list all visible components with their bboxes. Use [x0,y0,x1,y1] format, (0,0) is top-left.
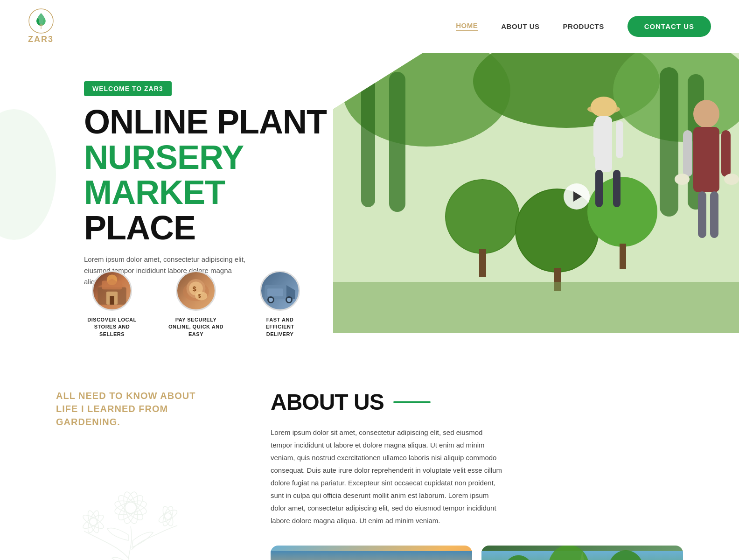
hero-decorative-circle [0,109,56,240]
svg-point-26 [693,100,719,128]
svg-point-30 [675,174,690,185]
hero-section: WELCOME TO ZAR3 ONLINE PLANT NURSERY MAR… [0,53,739,352]
svg-rect-40 [110,296,114,305]
nav-links: HOME ABOUT US PRODUCTS CONTACT US [456,16,711,37]
feature-icon-pay: $ $ [176,271,216,311]
feature-delivery: FAST AND EFFICIENT DELIVERY [252,271,308,338]
play-button[interactable] [564,183,590,210]
navbar: ZAR3 HOME ABOUT US PRODUCTS CONTACT US [0,0,739,53]
logo-icon [28,8,54,34]
flower-illustration [56,447,233,560]
svg-rect-33 [710,191,718,238]
svg-rect-70 [271,551,472,560]
feature-local-stores: DISCOVER LOCAL STORES AND SELLERS [84,271,140,338]
svg-rect-25 [613,170,620,207]
svg-point-65 [90,518,97,525]
svg-point-31 [724,174,739,185]
about-image-1 [271,546,472,560]
svg-text:$: $ [198,294,201,299]
hero-title-line3: PLACE [84,210,345,246]
gardener-scene [333,53,739,333]
feature-icon-local [92,271,132,311]
svg-point-69 [165,513,171,519]
feature-label-delivery: FAST AND EFFICIENT DELIVERY [252,316,308,338]
hero-content: WELCOME TO ZAR3 ONLINE PLANT NURSERY MAR… [84,81,345,287]
svg-rect-18 [620,244,626,269]
svg-rect-8 [389,72,405,212]
about-title-row: ABOUT US [271,389,683,415]
feature-label-pay: PAY SECURELY ONLINE, QUICK AND EASY [168,316,224,338]
hero-title-line1: ONLINE PLANT [84,105,345,140]
hero-image [333,53,739,333]
hero-title-line2: NURSERY MARKET [84,140,345,210]
svg-point-45 [195,292,207,301]
about-title: ABOUT US [271,389,384,415]
about-left-panel: ALL NEED TO KNOW ABOUT LIFE I LEARNED FR… [56,389,233,560]
logo: ZAR3 [28,8,54,44]
svg-point-52 [287,298,291,302]
hero-svg-scene [333,53,739,333]
feature-pay: $ $ PAY SECURELY ONLINE, QUICK AND EASY [168,271,224,338]
svg-rect-28 [683,130,692,177]
feature-icon-delivery [260,271,300,311]
about-right-panel: ABOUT US Lorem ipsum dolor sit amet, con… [271,389,683,560]
about-section: ALL NEED TO KNOW ABOUT LIFE I LEARNED FR… [0,352,739,560]
svg-rect-29 [721,130,731,177]
flower-svg [56,447,205,560]
svg-rect-22 [593,121,601,158]
svg-rect-32 [698,191,706,238]
svg-text:$: $ [193,285,197,293]
svg-rect-16 [479,249,486,277]
nav-home[interactable]: HOME [456,21,478,31]
svg-rect-23 [616,121,623,158]
svg-point-12 [446,180,519,253]
svg-point-60 [125,502,136,513]
about-text: Lorem ipsum dolor sit amet, consectetur … [271,426,504,527]
svg-rect-7 [361,77,375,207]
svg-rect-24 [595,170,603,207]
svg-rect-53 [267,288,283,296]
svg-point-50 [269,298,273,302]
about-tagline: ALL NEED TO KNOW ABOUT LIFE I LEARNED FR… [56,389,196,428]
svg-rect-27 [693,127,719,192]
brand-name: ZAR3 [28,35,54,44]
features-row: DISCOVER LOCAL STORES AND SELLERS $ $ PA… [84,271,308,338]
hero-badge: WELCOME TO ZAR3 [84,81,172,96]
contact-button[interactable]: CONTACT US [627,16,711,37]
about-image-2 [481,546,683,560]
svg-rect-34 [333,282,739,333]
feature-label-local: DISCOVER LOCAL STORES AND SELLERS [84,316,140,338]
about-title-underline [393,401,431,403]
about-images-row [271,546,683,560]
nav-products[interactable]: PRODUCTS [563,22,604,30]
svg-point-68 [157,508,179,525]
svg-point-57 [115,492,146,523]
svg-rect-9 [660,67,678,217]
svg-point-20 [591,97,617,117]
nav-about[interactable]: ABOUT US [501,22,539,30]
svg-rect-2 [41,25,42,29]
svg-point-56 [115,492,146,523]
